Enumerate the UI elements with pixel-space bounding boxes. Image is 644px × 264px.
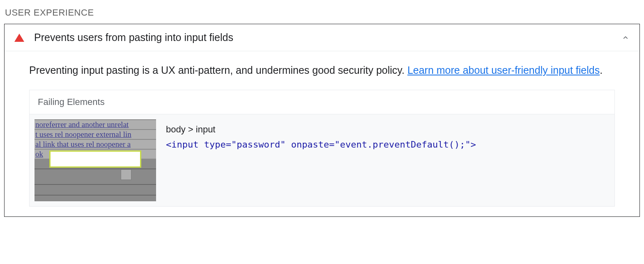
failing-elements-table: Failing Elements noreferrer and another … <box>29 90 615 207</box>
thumbnail-divider <box>34 195 156 196</box>
thumbnail-text-line: t uses rel noopener external lin <box>34 130 156 139</box>
audit-body: Preventing input pasting is a UX anti-pa… <box>5 51 639 216</box>
thumbnail-text-line: al link that uses rel noopener a <box>34 140 156 149</box>
section-header: USER EXPERIENCE <box>0 0 644 24</box>
broken-image-icon <box>121 169 131 180</box>
chevron-up-icon[interactable] <box>621 34 630 42</box>
audit-title: Prevents users from pasting into input f… <box>34 32 621 43</box>
description-suffix: . <box>600 64 603 76</box>
element-thumbnail: noreferrer and another unrelat t uses re… <box>34 119 156 201</box>
description-text: Preventing input pasting is a UX anti-pa… <box>29 64 407 76</box>
element-details: body > input <input type="password" onpa… <box>166 119 476 201</box>
audit-description: Preventing input pasting is a UX anti-pa… <box>29 63 615 78</box>
element-snippet: <input type="password" onpaste="event.pr… <box>166 137 476 152</box>
thumbnail-text-line: noreferrer and another unrelat <box>34 120 156 129</box>
audit-header-row[interactable]: Prevents users from pasting into input f… <box>5 24 639 51</box>
thumbnail-divider <box>34 168 156 169</box>
highlighted-input-box <box>49 150 141 168</box>
learn-more-link[interactable]: Learn more about user-friendly input fie… <box>407 64 600 76</box>
failing-elements-header: Failing Elements <box>30 90 614 114</box>
fail-triangle-icon <box>14 34 24 42</box>
failing-element-row: noreferrer and another unrelat t uses re… <box>30 114 614 206</box>
thumbnail-divider <box>34 184 156 185</box>
element-selector: body > input <box>166 122 476 137</box>
audit-panel: Prevents users from pasting into input f… <box>4 24 640 217</box>
